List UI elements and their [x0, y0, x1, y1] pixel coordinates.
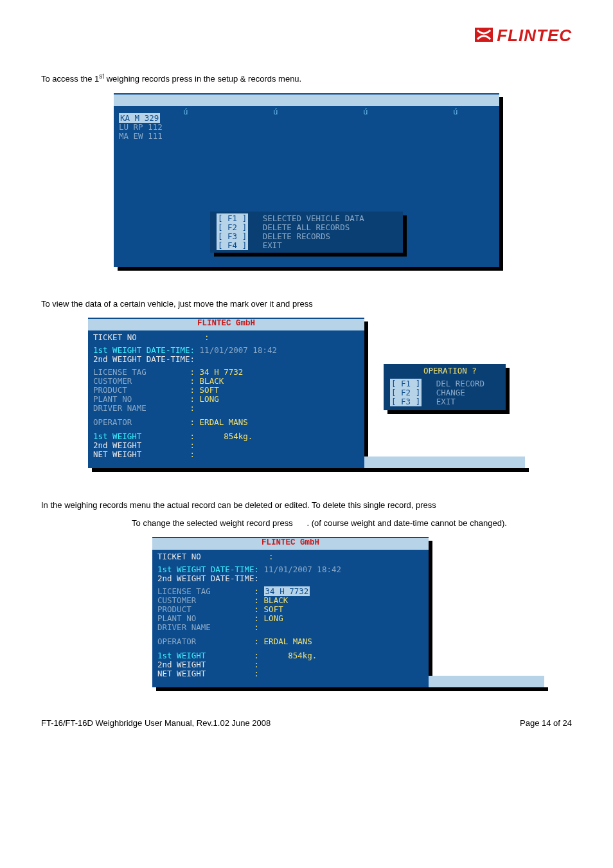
p1-post: weighing records press in the setup & re… [104, 74, 301, 84]
t2-driver: DRIVER NAME : [93, 404, 195, 413]
t2-license: LICENSE TAG : 34 H 7732 [93, 368, 243, 377]
popup-f1[interactable]: [ F1 ] DEL RECORD [390, 379, 484, 388]
p3b-post: . (of course weight and date-time cannot… [306, 518, 506, 528]
p3b-pre: To change the selected weight record pre… [132, 518, 295, 528]
footer-right: Page 14 of 24 [520, 718, 572, 728]
t3-w2: 2nd WEIGHT : [157, 660, 259, 669]
t2-operator: OPERATOR : ERDAL MANS [93, 418, 248, 427]
t2-ticket: TICKET NO : [93, 333, 209, 342]
paragraph-view-vehicle: To view the data of a certain vehicle, j… [41, 298, 572, 311]
t2-product: PRODUCT : SOFT [93, 386, 219, 395]
t1-sep-2: ú [273, 107, 278, 116]
operation-popup: OPERATION ? [ F1 ] DEL RECORD [ F2 ] CHA… [384, 364, 506, 410]
t1-fkey-panel: [ F1 ] SELECTED VEHICLE DATA [ F2 ] DELE… [210, 212, 403, 253]
t2-date1: 1st WEIGHT DATE-TIME: 11/01/2007 18:42 [93, 346, 277, 355]
t3-product[interactable]: PRODUCT : SOFT [157, 605, 283, 614]
t3-plant[interactable]: PLANT NO : LONG [157, 614, 283, 623]
t1-sep-1: ú [183, 107, 188, 116]
t1-f1[interactable]: [ F1 ] SELECTED VEHICLE DATA [217, 214, 364, 223]
t3-date1: 1st WEIGHT DATE-TIME: 11/01/2007 18:42 [157, 565, 341, 574]
t1-vehicle-selected[interactable]: KA M 329 [119, 114, 160, 123]
paragraph-access-records: To access the 1st weighing records press… [41, 71, 572, 86]
terminal-list-vehicles: LIST OF 1st WEIGHED VEHICLES ú ú ú ú KA … [114, 93, 499, 267]
t2-footerbar: FLINTEC GmbH [88, 319, 364, 330]
popup-title: OPERATION ? [423, 366, 477, 375]
p3a: In the weighing records menu the actual … [41, 499, 572, 512]
t3-driver[interactable]: DRIVER NAME : [157, 623, 259, 632]
t3-w3: NET WEIGHT : [157, 669, 259, 678]
t1-footerbar [114, 95, 499, 106]
t2-flintec: FLINTEC GmbH [197, 319, 255, 328]
t3-flintec: FLINTEC GmbH [262, 538, 319, 547]
popup-f2[interactable]: [ F2 ] CHANGE [390, 388, 465, 397]
t2-plant: PLANT NO : LONG [93, 395, 219, 404]
t1-vehicle-row-1[interactable]: LU RP 112 [119, 123, 163, 132]
t1-f3[interactable]: [ F3 ] DELETE RECORDS [217, 232, 330, 241]
t3-footerbar: FLINTEC GmbH [152, 538, 429, 550]
t2-w2: 2nd WEIGHT : [93, 441, 195, 450]
t3-license[interactable]: LICENSE TAG : 34 H 7732 [157, 587, 310, 596]
t2-w3: NET WEIGHT : [93, 450, 195, 459]
t3-operator: OPERATOR : ERDAL MANS [157, 637, 312, 646]
p2: To view the data of a certain vehicle, j… [41, 298, 572, 311]
t1-f2[interactable]: [ F2 ] DELETE ALL RECORDS [217, 223, 350, 232]
t3-w1: 1st WEIGHT : 854kg. [157, 651, 317, 660]
t2-date2: 2nd WEIGHT DATE-TIME: [93, 355, 195, 364]
t3-customer[interactable]: CUSTOMER : BLACK [157, 596, 288, 605]
brand-logo-icon [475, 28, 493, 44]
t3-date2: 2nd WEIGHT DATE-TIME: [157, 574, 259, 583]
t1-sep-3: ú [363, 107, 368, 116]
terminal-weighing-menu-edit: 1st WEIGHING MENU TICKET NO : 1st WEIGHT… [152, 537, 429, 687]
brand-header: FLINTEC [41, 26, 572, 46]
paragraph-delete-edit: In the weighing records menu the actual … [41, 499, 572, 529]
t1-f4[interactable]: [ F4 ] EXIT [217, 241, 282, 250]
svg-rect-0 [475, 28, 493, 42]
t1-sep-4: ú [453, 107, 458, 116]
terminal-weighing-menu: 1st WEIGHING MENU TICKET NO : 1st WEIGHT… [88, 318, 364, 468]
t2-customer: CUSTOMER : BLACK [93, 377, 224, 386]
t1-vehicle-row-2[interactable]: MA EW 111 [119, 132, 163, 141]
popup-f3[interactable]: [ F3 ] EXIT [390, 397, 456, 406]
page-footer: FT-16/FT-16D Weighbridge User Manual, Re… [41, 718, 572, 728]
footer-left: FT-16/FT-16D Weighbridge User Manual, Re… [41, 718, 271, 728]
t2-w1: 1st WEIGHT : 854kg. [93, 432, 253, 441]
p1-sup: st [99, 73, 104, 80]
p1-pre: To access the 1 [41, 74, 99, 84]
t3-ticket: TICKET NO : [157, 552, 274, 561]
brand-text: FLINTEC [497, 26, 572, 46]
